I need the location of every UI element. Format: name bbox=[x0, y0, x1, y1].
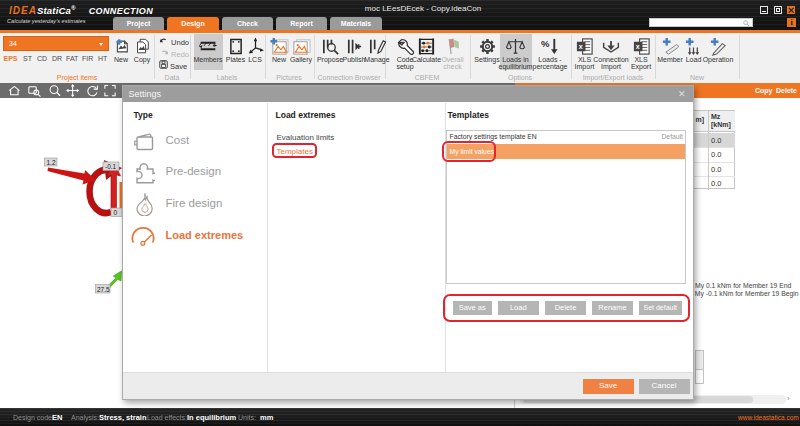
svg-text:%: % bbox=[541, 37, 550, 48]
svg-text:1.2: 1.2 bbox=[47, 159, 56, 166]
svg-text:x: x bbox=[635, 42, 639, 50]
svg-text:-0.1: -0.1 bbox=[105, 163, 117, 170]
svg-text:x: x bbox=[579, 42, 583, 50]
svg-text:0: 0 bbox=[114, 209, 118, 216]
svg-text:27.5: 27.5 bbox=[97, 286, 110, 293]
